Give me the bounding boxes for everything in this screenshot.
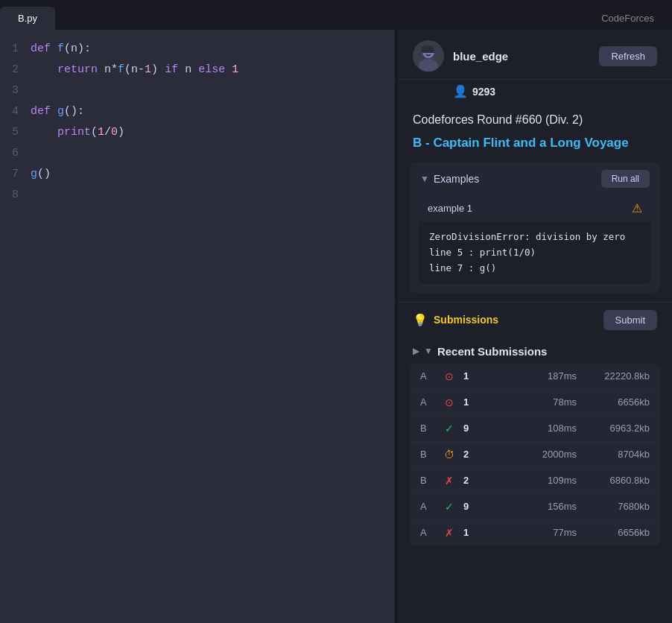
code-line-8: [31, 185, 383, 206]
submission-memory: 22220.8kb: [583, 370, 650, 382]
submission-memory: 8704kb: [583, 449, 650, 460]
line-numbers: 1 2 3 4 5 6 7 8: [0, 39, 31, 614]
submission-score: 9: [463, 423, 481, 434]
refresh-button[interactable]: Refresh: [599, 46, 657, 66]
submissions-toggle[interactable]: 💡 Submissions Submit: [398, 302, 672, 338]
bulb-icon: 💡: [413, 313, 428, 327]
code-content: def f(n): return n*f(n-1) if n else 1 de…: [31, 39, 395, 614]
error-icon: ⊙: [441, 396, 457, 408]
avatar-img: [413, 40, 444, 72]
submission-score: 1: [463, 370, 481, 382]
code-line-7: g(): [31, 164, 383, 185]
line-num-6: 6: [12, 143, 19, 164]
submission-memory: 7680kb: [583, 501, 650, 512]
submission-prob: B: [420, 423, 435, 434]
example-1-output: ZeroDivisionError: division by zeroline …: [419, 221, 651, 284]
code-line-6: [31, 143, 383, 164]
submission-prob: A: [420, 527, 435, 538]
points-value: 9293: [472, 86, 495, 98]
code-editor[interactable]: 1 2 3 4 5 6 7 8 def f(n): return n*f(n-1…: [0, 30, 395, 623]
points-icon: 👤: [453, 84, 468, 98]
avatar: [413, 40, 444, 72]
submission-time: 187ms: [487, 370, 577, 382]
table-row[interactable]: B ✓ 9 108ms 6963.2kb: [410, 416, 660, 442]
wrong-icon: ✗: [441, 475, 457, 487]
table-row[interactable]: A ⊙ 1 187ms 22220.8kb: [410, 364, 660, 390]
recent-chevron-icon: ▶: [413, 346, 419, 356]
line-num-1: 1: [12, 39, 19, 60]
points-row: 👤 9293: [398, 80, 672, 106]
submission-score: 2: [463, 475, 481, 486]
submission-memory: 6860.8kb: [583, 475, 650, 486]
examples-title: Examples: [434, 173, 479, 185]
warning-icon: ⚠: [632, 201, 642, 215]
recent-submissions-section: ▶ ▼ Recent Submissions A ⊙ 1 187ms 22220…: [410, 338, 660, 545]
submission-prob: A: [420, 396, 435, 408]
code-line-4: def g():: [31, 101, 383, 122]
table-row[interactable]: B ✗ 2 109ms 6860.8kb: [410, 468, 660, 494]
table-row[interactable]: A ✓ 9 156ms 7680kb: [410, 494, 660, 520]
tab-codeforces-label: CodeForces: [601, 13, 654, 24]
user-header: blue_edge Refresh: [398, 30, 672, 80]
example-1-label: example 1: [428, 203, 472, 214]
line-num-4: 4: [12, 101, 19, 122]
submission-time: 109ms: [487, 475, 577, 486]
code-line-3: [31, 80, 383, 101]
error-icon: ⊙: [441, 370, 457, 382]
submission-score: 9: [463, 501, 481, 512]
code-line-5: print(1/0): [31, 122, 383, 143]
example-1-header: example 1 ⚠: [419, 195, 651, 221]
ok-icon: ✓: [441, 501, 457, 513]
submission-time: 78ms: [487, 396, 577, 408]
submission-time: 2000ms: [487, 449, 577, 460]
wrong-icon: ✗: [441, 527, 457, 539]
submission-memory: 6656kb: [583, 396, 650, 408]
submission-time: 156ms: [487, 501, 577, 512]
line-num-3: 3: [12, 80, 19, 101]
submission-time: 108ms: [487, 423, 577, 434]
tab-bpy-label: B.py: [18, 13, 37, 24]
table-row[interactable]: B ⏱ 2 2000ms 8704kb: [410, 442, 660, 468]
line-num-5: 5: [12, 122, 19, 143]
recent-submissions-title: Recent Submissions: [437, 345, 548, 358]
main-area: 1 2 3 4 5 6 7 8 def f(n): return n*f(n-1…: [0, 30, 672, 623]
right-panel: blue_edge Refresh 👤 9293 Codeforces Roun…: [398, 30, 672, 623]
line-num-8: 8: [12, 185, 19, 206]
chevron-down-icon: ▼: [420, 174, 429, 184]
code-panel: 1 2 3 4 5 6 7 8 def f(n): return n*f(n-1…: [0, 30, 395, 623]
submission-prob: A: [420, 370, 435, 382]
tab-codeforces[interactable]: CodeForces: [583, 7, 672, 30]
line-num-2: 2: [12, 60, 19, 80]
example-1: example 1 ⚠ ZeroDivisionError: division …: [419, 195, 651, 284]
table-row[interactable]: A ⊙ 1 78ms 6656kb: [410, 390, 660, 416]
tab-bar: B.py CodeForces: [0, 0, 672, 30]
run-all-button[interactable]: Run all: [601, 170, 650, 188]
ok-icon: ✓: [441, 423, 457, 434]
submission-prob: A: [420, 501, 435, 512]
code-line-2: return n*f(n-1) if n else 1: [31, 60, 383, 80]
submission-score: 1: [463, 396, 481, 408]
username-label: blue_edge: [453, 50, 508, 63]
submission-memory: 6963.2kb: [583, 423, 650, 434]
table-row[interactable]: A ✗ 1 77ms 6656kb: [410, 520, 660, 545]
submission-prob: B: [420, 449, 435, 460]
code-line-1: def f(n):: [31, 39, 383, 60]
recent-submissions-header: ▶ ▼ Recent Submissions: [410, 338, 660, 364]
examples-header: ▼ Examples Run all: [410, 162, 660, 195]
submission-score: 2: [463, 449, 481, 460]
examples-section: ▼ Examples Run all example 1 ⚠ ZeroDivis…: [410, 162, 660, 293]
tab-bpy[interactable]: B.py: [0, 7, 55, 30]
submissions-table: A ⊙ 1 187ms 22220.8kb A ⊙ 1 78ms 6656kb …: [410, 364, 660, 545]
submit-button[interactable]: Submit: [603, 310, 657, 330]
submission-prob: B: [420, 475, 435, 486]
submission-score: 1: [463, 527, 481, 538]
problem-title: B - Captain Flint and a Long Voyage: [398, 128, 672, 162]
line-num-7: 7: [12, 164, 19, 185]
recent-chevron2-icon: ▼: [424, 346, 433, 356]
contest-title: Codeforces Round #660 (Div. 2): [398, 106, 672, 128]
submission-memory: 6656kb: [583, 527, 650, 538]
tle-icon: ⏱: [441, 449, 457, 461]
submission-time: 77ms: [487, 527, 577, 538]
submissions-label: Submissions: [434, 314, 498, 326]
